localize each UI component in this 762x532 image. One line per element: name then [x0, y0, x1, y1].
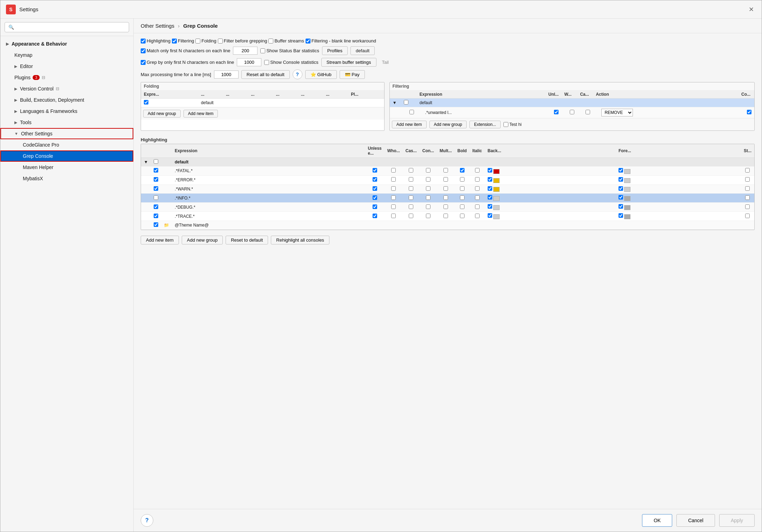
folding-cb[interactable]	[144, 100, 148, 105]
reset-all-button[interactable]: Reset all to default	[241, 70, 290, 79]
hl-trace-con-cb[interactable]	[426, 214, 430, 218]
cb-grep[interactable]: Grep by only first N characters on each …	[141, 60, 234, 65]
hl-debug-cb[interactable]	[154, 204, 158, 209]
hl-error-back[interactable]	[485, 175, 616, 184]
ok-button[interactable]: OK	[642, 514, 672, 527]
cb-show-status[interactable]: Show Status Bar statistics	[260, 48, 319, 53]
hl-warn-con-cb[interactable]	[426, 186, 430, 191]
hl-fatal-mult-cb[interactable]	[443, 168, 448, 173]
hl-fatal-back[interactable]	[485, 167, 616, 176]
cb-grep-input[interactable]	[141, 60, 146, 65]
folding-row-default[interactable]: default	[141, 99, 384, 107]
hl-trace-fore-cb[interactable]	[619, 213, 623, 218]
hl-debug-back[interactable]	[485, 203, 616, 212]
cb-folding-input[interactable]	[195, 39, 200, 43]
hl-warn-unless-cb[interactable]	[373, 186, 377, 191]
hl-info-unless-cb[interactable]	[373, 195, 377, 200]
cb-filtering-input[interactable]	[172, 39, 177, 43]
hl-debug-st-cb[interactable]	[745, 204, 750, 209]
filtering-extension-button[interactable]: Extension...	[469, 121, 501, 128]
cb-show-console[interactable]: Show Console statistics	[264, 60, 318, 65]
hl-warn-bold-cb[interactable]	[460, 186, 464, 191]
hl-info-italic-cb[interactable]	[475, 195, 480, 200]
stream-buffer-button[interactable]: Stream buffer settings	[321, 58, 376, 67]
sidebar-item-appearance[interactable]: ▶ Appearance & Behavior	[0, 38, 133, 49]
hl-trace-back[interactable]	[485, 212, 616, 221]
filtering-row-unwanted[interactable]: .*unwanted l... REMOVE	[390, 107, 754, 118]
hl-trace-who-cb[interactable]	[391, 214, 396, 218]
hl-error-back-cb[interactable]	[488, 177, 492, 182]
cb-filtering-blank[interactable]: Filtering - blank line workaround	[306, 38, 376, 43]
pay-button[interactable]: 💳 Pay	[340, 70, 365, 79]
hl-fatal-st-cb[interactable]	[745, 168, 750, 173]
hl-warn-italic-cb[interactable]	[475, 186, 480, 191]
filtering-add-item-button[interactable]: Add new item	[392, 121, 427, 128]
hl-info-cas-cb[interactable]	[409, 195, 413, 200]
cb-filter-before[interactable]: Filter before grepping	[218, 38, 267, 43]
cb-highlighting[interactable]: Highlighting	[141, 38, 171, 43]
hl-debug-back-cb[interactable]	[488, 204, 492, 209]
help-button[interactable]: ?	[293, 69, 302, 79]
hl-debug-bold-cb[interactable]	[460, 204, 464, 209]
hl-warn-back[interactable]	[485, 184, 616, 194]
hl-trace-back-cb[interactable]	[488, 213, 492, 218]
sidebar-item-codeglance[interactable]: CodeGlance Pro	[0, 139, 133, 150]
cb-match[interactable]: Match only first N characters on each li…	[141, 48, 230, 53]
hl-warn-fore-cb[interactable]	[619, 186, 623, 191]
hl-row-debug[interactable]: .*DEBUG.*	[141, 203, 754, 212]
hl-rehighlight-button[interactable]: Rehighlight all consoles	[271, 236, 329, 244]
hl-warn-who-cb[interactable]	[391, 186, 396, 191]
hl-error-mult-cb[interactable]	[443, 177, 448, 182]
hl-error-st-cb[interactable]	[745, 177, 750, 182]
dialog-help-button[interactable]: ?	[141, 514, 153, 527]
hl-info-who-cb[interactable]	[391, 195, 396, 200]
sidebar-item-tools[interactable]: ▶ Tools	[0, 117, 133, 128]
hl-error-cas-cb[interactable]	[409, 177, 413, 182]
github-button[interactable]: ⭐ GitHub	[305, 70, 337, 79]
hl-trace-unless-cb[interactable]	[373, 214, 377, 218]
hl-error-fore[interactable]	[616, 175, 741, 184]
sidebar-item-grep-console[interactable]: Grep Console	[0, 150, 133, 162]
cb-filtering-blank-input[interactable]	[306, 39, 310, 43]
filtering-row-default[interactable]: ▼ default	[390, 99, 754, 107]
hl-info-fore[interactable]	[616, 194, 741, 203]
cb-highlighting-input[interactable]	[141, 39, 146, 43]
hl-info-fore-cb[interactable]	[619, 195, 623, 200]
filtering-action-select[interactable]: REMOVE	[601, 109, 633, 116]
hl-error-bold-cb[interactable]	[460, 177, 464, 182]
hl-fatal-cas-cb[interactable]	[409, 168, 413, 173]
sidebar-item-other-settings[interactable]: ▼ Other Settings	[0, 128, 133, 139]
hl-warn-fore[interactable]	[616, 184, 741, 194]
apply-button[interactable]: Apply	[719, 514, 755, 527]
cb-buffer-streams[interactable]: Buffer streams	[268, 38, 304, 43]
filtering-group-cb-input[interactable]	[404, 100, 408, 105]
hl-trace-cb[interactable]	[154, 214, 158, 218]
close-button[interactable]: ✕	[746, 5, 756, 14]
hl-debug-fore[interactable]	[616, 203, 741, 212]
hl-fatal-con-cb[interactable]	[426, 168, 430, 173]
filtering-test-cb-input[interactable]	[503, 122, 508, 127]
hl-warn-cas-cb[interactable]	[409, 186, 413, 191]
hl-row-fatal[interactable]: .*FATAL.*	[141, 167, 754, 176]
cb-show-status-input[interactable]	[260, 48, 265, 53]
cb-show-console-input[interactable]	[264, 60, 269, 65]
sidebar-item-build[interactable]: ▶ Build, Execution, Deployment	[0, 94, 133, 106]
hl-trace-cas-cb[interactable]	[409, 214, 413, 218]
cb-filter-before-input[interactable]	[218, 39, 223, 43]
hl-row-info[interactable]: .*INFO.*	[141, 194, 754, 203]
hl-fatal-unless-cb[interactable]	[373, 168, 377, 173]
max-value-input[interactable]	[214, 70, 239, 79]
sidebar-item-languages[interactable]: ▶ Languages & Frameworks	[0, 106, 133, 117]
hl-debug-cas-cb[interactable]	[409, 204, 413, 209]
hl-error-who-cb[interactable]	[391, 177, 396, 182]
hl-trace-mult-cb[interactable]	[443, 214, 448, 218]
hl-row-default-group[interactable]: ▼ default	[141, 158, 754, 167]
hl-error-con-cb[interactable]	[426, 177, 430, 182]
hl-theme-cb[interactable]	[154, 222, 158, 227]
sidebar-item-version-control[interactable]: ▶ Version Control ⊟	[0, 83, 133, 94]
hl-error-fore-cb[interactable]	[619, 177, 623, 182]
folding-add-group-button[interactable]: Add new group	[143, 110, 181, 117]
filtering-unl-cb[interactable]	[554, 110, 559, 114]
hl-warn-st-cb[interactable]	[745, 186, 750, 191]
hl-info-back[interactable]	[485, 194, 616, 203]
